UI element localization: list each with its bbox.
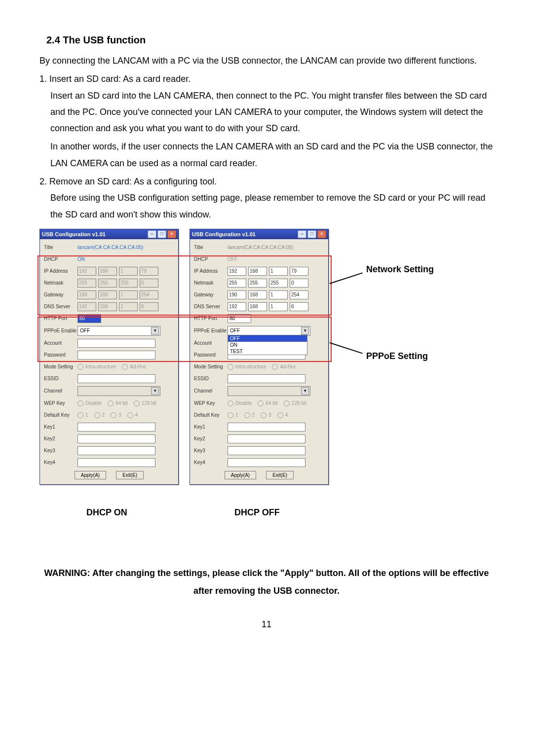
key3-input[interactable] <box>228 446 305 455</box>
essid-input[interactable] <box>77 374 155 383</box>
apply-button[interactable]: Apply(A) <box>225 471 256 479</box>
usb-config-window-left: USB Configuration v1.01 – □ × Title lanc… <box>39 229 179 485</box>
radio-key1[interactable]: 1 <box>228 412 238 418</box>
key3-input[interactable] <box>77 446 155 455</box>
radio-key2[interactable]: 2 <box>94 412 105 418</box>
key2-input[interactable] <box>77 434 155 443</box>
ip-octet-4[interactable] <box>290 267 308 276</box>
label-http: HTTP Port <box>44 316 77 321</box>
apply-button[interactable]: Apply(A) <box>75 471 106 479</box>
dns-octet-1[interactable] <box>228 302 246 311</box>
radio-infra[interactable]: Intra-structure <box>77 364 116 370</box>
label-key3: Key3 <box>44 448 77 453</box>
radio-wep-disable[interactable]: Disable <box>77 400 102 406</box>
label-key1: Key1 <box>44 424 77 430</box>
radio-wep-128[interactable]: 128 bit <box>134 400 156 406</box>
label-netmask: Netmask <box>194 280 228 286</box>
account-input[interactable] <box>77 339 155 348</box>
radio-infra[interactable]: Intra-structure <box>228 364 266 370</box>
radio-wep-128[interactable]: 128 bit <box>284 400 306 406</box>
page-number: 11 <box>39 619 494 630</box>
pppoe-option-test[interactable]: TEST <box>228 348 307 355</box>
channel-select[interactable]: ▾ <box>77 386 160 396</box>
dns-octet-2 <box>98 302 117 311</box>
key4-input[interactable] <box>77 458 155 467</box>
mask-octet-1 <box>77 279 96 288</box>
ip-octet-1[interactable] <box>228 267 246 276</box>
dns-octet-3[interactable] <box>269 302 288 311</box>
pppoe-option-on[interactable]: ON <box>228 342 307 348</box>
radio-key3[interactable]: 3 <box>261 412 271 418</box>
ip-octet-2 <box>98 267 117 276</box>
label-netmask: Netmask <box>44 280 77 286</box>
chevron-down-icon[interactable]: ▾ <box>151 327 159 335</box>
title-value: lancam(CA:CA:CA:CA:CA:05) <box>228 245 293 250</box>
radio-wep-64[interactable]: 64 bit <box>108 400 127 406</box>
callout-label-network: Network Setting <box>366 264 434 275</box>
radio-key2[interactable]: 2 <box>244 412 255 418</box>
label-essid: ESSID <box>194 376 228 381</box>
window-titlebar[interactable]: USB Configuration v1.01 – □ × <box>190 229 328 239</box>
password-input[interactable] <box>77 351 155 360</box>
callout-line-pppoe <box>330 342 363 354</box>
key1-input[interactable] <box>228 423 305 432</box>
http-port-input[interactable] <box>77 314 101 323</box>
window-title-text: USB Configuration v1.01 <box>42 231 106 237</box>
list-item-2-lead: 2. Remove an SD card: As a configuring t… <box>39 174 494 190</box>
key4-input[interactable] <box>228 458 305 467</box>
gw-octet-2[interactable] <box>248 290 267 299</box>
radio-key4[interactable]: 4 <box>277 412 288 418</box>
key2-input[interactable] <box>228 434 305 443</box>
essid-input[interactable] <box>228 374 305 383</box>
radio-key1[interactable]: 1 <box>77 412 88 418</box>
caption-dhcp-on: DHCP ON <box>86 507 127 518</box>
gw-octet-1[interactable] <box>228 290 246 299</box>
title-value: lancam(CA:CA:CA:CA:CA:05) <box>77 245 143 250</box>
window-title-text: USB Configuration v1.01 <box>192 231 256 237</box>
label-account: Account <box>44 340 77 346</box>
radio-adhoc[interactable]: Ad-Hoc <box>272 364 296 370</box>
chevron-down-icon[interactable]: ▾ <box>301 327 309 335</box>
http-port-input[interactable] <box>228 314 251 323</box>
pppoe-option-off[interactable]: OFF <box>228 335 307 342</box>
mask-octet-2[interactable] <box>248 279 267 288</box>
gw-octet-4[interactable] <box>290 290 308 299</box>
dns-octet-4[interactable] <box>290 302 308 311</box>
maximize-icon[interactable]: □ <box>307 230 316 238</box>
mask-octet-3[interactable] <box>269 279 288 288</box>
key1-input[interactable] <box>77 423 155 432</box>
gw-octet-3[interactable] <box>269 290 288 299</box>
chevron-down-icon[interactable]: ▾ <box>301 387 309 395</box>
label-dns: DNS Server <box>44 304 77 309</box>
label-essid: ESSID <box>44 376 77 381</box>
label-channel: Channel <box>44 388 77 394</box>
pppoe-select[interactable]: OFF ▾ <box>77 326 160 336</box>
minimize-icon[interactable]: – <box>298 230 306 238</box>
close-icon[interactable]: × <box>317 230 326 238</box>
chevron-down-icon[interactable]: ▾ <box>151 387 159 395</box>
window-titlebar[interactable]: USB Configuration v1.01 – □ × <box>40 229 178 239</box>
dhcp-value-on: ON <box>77 256 85 262</box>
ip-octet-2[interactable] <box>248 267 267 276</box>
label-mode: Mode Setting <box>194 364 228 369</box>
ip-octet-3[interactable] <box>269 267 288 276</box>
exit-button[interactable]: Exit(E) <box>266 471 294 479</box>
pppoe-select[interactable]: OFF ▾ <box>228 326 310 336</box>
callout-line-network <box>330 272 363 284</box>
radio-wep-disable[interactable]: Disable <box>228 400 252 406</box>
mask-octet-1[interactable] <box>228 279 246 288</box>
radio-key3[interactable]: 3 <box>111 412 121 418</box>
ip-octet-4 <box>140 267 158 276</box>
exit-button[interactable]: Exit(E) <box>116 471 144 479</box>
maximize-icon[interactable]: □ <box>157 230 166 238</box>
dns-octet-2[interactable] <box>248 302 267 311</box>
channel-select[interactable]: ▾ <box>228 386 310 396</box>
mask-octet-4[interactable] <box>290 279 308 288</box>
pppoe-dropdown[interactable]: OFF ON TEST <box>228 335 307 355</box>
label-defkey: Default Key <box>194 412 228 418</box>
radio-wep-64[interactable]: 64 bit <box>258 400 277 406</box>
close-icon[interactable]: × <box>167 230 176 238</box>
minimize-icon[interactable]: – <box>148 230 156 238</box>
radio-adhoc[interactable]: Ad-Hoc <box>122 364 146 370</box>
radio-key4[interactable]: 4 <box>127 412 138 418</box>
